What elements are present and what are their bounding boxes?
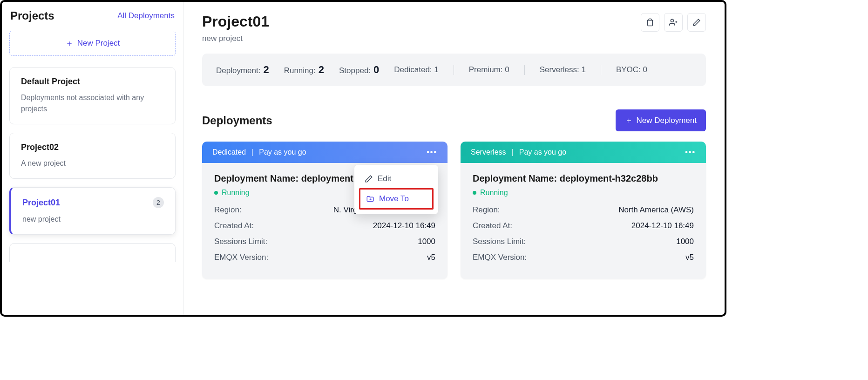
stat-stopped: Stopped: 0 (339, 64, 379, 76)
stat-serverless: Serverless: 1 (540, 65, 586, 75)
card-actions-dropdown: Edit Move To (354, 165, 438, 214)
deployment-name: Deployment Name: deployment-h32c28bb (473, 173, 694, 184)
separator: | (512, 148, 514, 156)
new-project-label: New Project (77, 39, 120, 48)
card-header: Serverless | Pay as you go ••• (461, 142, 706, 163)
pencil-icon (365, 175, 373, 183)
tier-label: Dedicated (212, 148, 246, 156)
projects-title: Projects (10, 9, 54, 22)
region-row: Region:North America (AWS) (473, 205, 694, 215)
divider (601, 65, 601, 75)
page-title: Project01 (202, 13, 269, 30)
folder-move-icon (366, 195, 374, 203)
status-text: Running (480, 189, 508, 197)
card-header: Dedicated | Pay as you go ••• (202, 142, 448, 163)
plus-icon: ＋ (625, 115, 633, 126)
highlight-annotation: Move To (359, 188, 434, 210)
new-project-button[interactable]: ＋ New Project (9, 31, 176, 56)
deployments-grid: Dedicated | Pay as you go ••• Deployment… (202, 142, 706, 279)
project-desc: new project (22, 214, 164, 225)
tier-label: Serverless (471, 148, 506, 156)
card-body: Deployment Name: deployment-h32c28bb Run… (461, 163, 706, 279)
pencil-icon (692, 18, 701, 27)
project-name: Project01 2 (22, 197, 164, 208)
delete-button[interactable] (641, 13, 659, 32)
trash-icon (646, 18, 654, 27)
separator: | (251, 148, 253, 156)
plus-icon: ＋ (65, 38, 74, 49)
new-deployment-button[interactable]: ＋ New Deployment (616, 109, 706, 131)
sessions-row: Sessions Limit:1000 (214, 237, 435, 246)
project-card-placeholder (9, 243, 176, 262)
deployments-header: Deployments ＋ New Deployment (202, 109, 706, 131)
more-menu-button[interactable]: ••• (427, 148, 437, 156)
dropdown-move-to[interactable]: Move To (360, 190, 432, 208)
user-plus-icon (669, 18, 678, 27)
deployments-title: Deployments (202, 114, 272, 127)
more-menu-button[interactable]: ••• (685, 148, 696, 156)
status-dot-icon (473, 191, 476, 195)
project-name: Default Project (21, 77, 164, 87)
created-row: Created At:2024-12-10 16:49 (473, 221, 694, 231)
project-card-default[interactable]: Default Project Deployments not associat… (9, 67, 176, 124)
project-desc: A new project (21, 158, 164, 169)
stat-premium: Premium: 0 (469, 65, 509, 75)
deployment-card-dedicated[interactable]: Dedicated | Pay as you go ••• Deployment… (202, 142, 448, 279)
deployment-count-badge: 2 (153, 197, 164, 208)
divider (524, 65, 525, 75)
status-row: Running (473, 189, 694, 197)
page-subtitle: new project (202, 34, 269, 43)
page-header: Project01 new project (202, 13, 706, 54)
project-name: Project02 (21, 142, 164, 152)
version-row: EMQX Version:v5 (214, 253, 435, 262)
project-card-project01[interactable]: Project01 2 new project (9, 187, 176, 235)
add-user-button[interactable] (664, 13, 683, 32)
project-card-project02[interactable]: Project02 A new project (9, 133, 176, 179)
dropdown-edit[interactable]: Edit (354, 170, 438, 188)
sessions-row: Sessions Limit:1000 (473, 237, 694, 246)
project-desc: Deployments not associated with any proj… (21, 92, 164, 115)
sidebar-header: Projects All Deployments (9, 9, 176, 22)
stats-bar: Deployment: 2 Running: 2 Stopped: 0 Dedi… (202, 54, 706, 86)
all-deployments-link[interactable]: All Deployments (117, 11, 175, 20)
header-actions (641, 13, 706, 32)
stat-dedicated: Dedicated: 1 (394, 65, 438, 75)
stat-running: Running: 2 (284, 64, 324, 76)
divider (454, 65, 454, 75)
plan-label: Pay as you go (259, 148, 306, 156)
edit-project-button[interactable] (687, 13, 706, 32)
version-row: EMQX Version:v5 (473, 253, 694, 262)
main-content: Project01 new project Deployment: 2 (183, 2, 725, 315)
stat-deployment: Deployment: 2 (216, 64, 269, 76)
status-text: Running (222, 189, 250, 197)
status-dot-icon (214, 191, 218, 195)
plan-label: Pay as you go (519, 148, 566, 156)
deployment-card-serverless[interactable]: Serverless | Pay as you go ••• Deploymen… (461, 142, 706, 279)
created-row: Created At:2024-12-10 16:49 (214, 221, 435, 231)
sidebar: Projects All Deployments ＋ New Project D… (2, 2, 183, 315)
stat-byoc: BYOC: 0 (616, 65, 647, 75)
